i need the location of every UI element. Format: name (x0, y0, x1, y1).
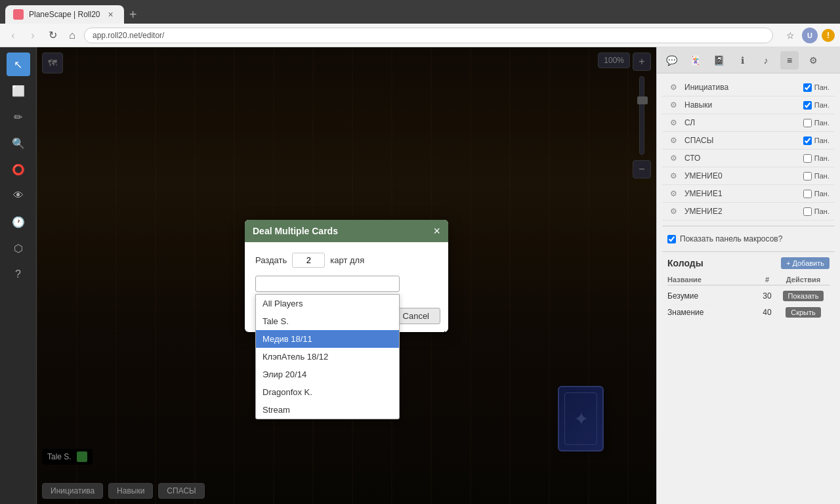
attr-pan-group-4: Пан. (803, 154, 830, 163)
tool-eye[interactable]: 👁 (7, 184, 30, 207)
attr-icon-6: ⚙ (667, 188, 679, 200)
home-button[interactable]: ⌂ (64, 28, 80, 43)
deck-count-0: 30 (757, 291, 777, 301)
attr-checkbox-2[interactable] (803, 119, 812, 127)
modal-deal-row: Раздать карт для (255, 253, 438, 268)
attr-checkbox-6[interactable] (803, 190, 812, 198)
attr-row-5: ⚙ УМЕНИЕ0 Пан. (662, 167, 835, 185)
modal-select-container: All Players Tale S. Медив 18/11 КлэпАтел… (255, 276, 438, 292)
back-button[interactable]: ‹ (5, 28, 21, 43)
panel-list-icon[interactable]: ≡ (780, 51, 799, 70)
deck-row-0: Безумие 30 Показать (667, 288, 830, 304)
tab-favicon (13, 9, 24, 20)
add-deck-button[interactable]: + Добавить (781, 257, 830, 269)
attr-name-7: УМЕНИЕ2 (684, 207, 798, 216)
dropdown-item-elir[interactable]: Элир 20/14 (256, 366, 399, 383)
deck-action-button-1[interactable]: Скрыть (786, 307, 821, 318)
attr-pan-label-6: Пан. (814, 190, 830, 198)
attr-icon-0: ⚙ (667, 81, 679, 93)
right-panel-scroll[interactable]: ⚙ Инициатива Пан. ⚙ Навыки Пан. (657, 74, 840, 504)
active-tab[interactable]: PlaneScape | Roll20 × (5, 5, 124, 24)
attr-pan-group-7: Пан. (803, 207, 830, 216)
attr-pan-group-2: Пан. (803, 119, 830, 127)
tool-fx[interactable]: ⭕ (7, 158, 30, 181)
panel-settings-icon[interactable]: ⚙ (804, 51, 822, 70)
attr-name-3: СПАСЫ (684, 136, 798, 145)
attr-checkbox-0[interactable] (803, 83, 812, 92)
macro-check-row: Показать панель макросов? (667, 232, 830, 246)
deck-action-button-0[interactable]: Показать (783, 291, 824, 301)
attr-checkbox-1[interactable] (803, 101, 812, 110)
attr-row-6: ⚙ УМЕНИЕ1 Пан. (662, 185, 835, 203)
tool-clock[interactable]: 🕐 (7, 210, 30, 234)
attr-pan-label-2: Пан. (814, 119, 830, 127)
attr-checkbox-7[interactable] (803, 207, 812, 216)
col-name: Название (667, 276, 757, 284)
attributes-section: ⚙ Инициатива Пан. ⚙ Навыки Пан. (662, 79, 835, 220)
tool-select[interactable]: ↖ (7, 52, 30, 76)
dropdown-item-stream[interactable]: Stream (256, 401, 399, 419)
attr-checkbox-4[interactable] (803, 154, 812, 163)
deck-row-1: Знамение 40 Скрыть (667, 304, 830, 321)
dropdown-item-all-players[interactable]: All Players (256, 295, 399, 312)
modal-overlay: Deal Multiple Cards × Раздать карт для A… (37, 47, 656, 504)
deck-name-0: Безумие (667, 291, 757, 301)
address-bar[interactable]: app.roll20.net/editor/ (84, 28, 773, 43)
profile-avatar[interactable]: U (802, 28, 818, 43)
panel-jukebox-icon[interactable]: ♪ (757, 51, 775, 70)
macro-checkbox[interactable] (667, 235, 676, 243)
modal-close-button[interactable]: × (433, 225, 440, 237)
player-search-input[interactable] (255, 276, 400, 292)
attr-icon-7: ⚙ (667, 205, 679, 217)
dropdown-item-klepatel[interactable]: КлэпАтель 18/12 (256, 348, 399, 366)
col-num: # (757, 276, 777, 284)
address-text: app.roll20.net/editor/ (93, 31, 164, 40)
decks-header: Колоды + Добавить (667, 257, 830, 269)
panel-chat-icon[interactable]: 💬 (662, 51, 681, 70)
attr-icon-1: ⚙ (667, 99, 679, 111)
panel-cards-icon[interactable]: 🃏 (686, 51, 704, 70)
browser-tabs: PlaneScape | Roll20 × + (0, 0, 840, 24)
refresh-button[interactable]: ↻ (45, 28, 60, 43)
deck-count-1: 40 (757, 308, 777, 317)
attr-pan-group-5: Пан. (803, 172, 830, 180)
attr-pan-group-1: Пан. (803, 101, 830, 110)
decks-title: Колоды (667, 258, 704, 268)
browser-toolbar: ‹ › ↻ ⌂ app.roll20.net/editor/ ☆ U ! (0, 24, 840, 47)
decks-section: Колоды + Добавить Название # Действия Бе… (662, 251, 835, 326)
attr-icon-5: ⚙ (667, 170, 679, 182)
card-count-input[interactable] (292, 253, 325, 268)
attr-pan-label-5: Пан. (814, 172, 830, 180)
tool-pencil[interactable]: ✏ (7, 105, 30, 129)
attr-row-3: ⚙ СПАСЫ Пан. (662, 132, 835, 150)
attr-pan-group-6: Пан. (803, 190, 830, 198)
modal-dropdown: All Players Tale S. Медив 18/11 КлэпАтел… (255, 294, 400, 419)
tab-title: PlaneScape | Roll20 (29, 10, 100, 19)
right-panel-toolbar: 💬 🃏 📓 ℹ ♪ ≡ ⚙ (657, 47, 840, 74)
bookmark-button[interactable]: ☆ (782, 28, 798, 43)
decks-table-header: Название # Действия (667, 274, 830, 285)
new-tab-button[interactable]: + (124, 5, 142, 24)
dropdown-item-tale-s[interactable]: Tale S. (256, 312, 399, 330)
tab-close-button[interactable]: × (106, 9, 116, 20)
tool-zoom[interactable]: 🔍 (7, 131, 30, 155)
modal-title: Deal Multiple Cards (253, 226, 338, 236)
attr-checkbox-5[interactable] (803, 172, 812, 180)
modal-resize-handle[interactable]: ⌟ (442, 326, 448, 332)
dropdown-item-mediv[interactable]: Медив 18/11 (256, 330, 399, 348)
app-container: ↖ ⬜ ✏ 🔍 ⭕ 👁 🕐 ⬡ ? 🗺 100% + − Tale S. (0, 47, 840, 504)
tool-shape[interactable]: ⬜ (7, 79, 30, 102)
dropdown-item-dragonfox[interactable]: Dragonfox K. (256, 383, 399, 401)
attr-icon-4: ⚙ (667, 152, 679, 164)
modal-body: Раздать карт для All Players Tale S. Мед… (245, 242, 448, 303)
attr-row-2: ⚙ СЛ Пан. (662, 114, 835, 132)
browser-chrome: PlaneScape | Roll20 × + ‹ › ↻ ⌂ app.roll… (0, 0, 840, 47)
tool-help[interactable]: ? (7, 262, 30, 286)
attr-pan-label-3: Пан. (814, 136, 830, 144)
panel-journal-icon[interactable]: 📓 (709, 51, 728, 70)
forward-button[interactable]: › (25, 28, 41, 43)
attr-checkbox-3[interactable] (803, 136, 812, 145)
tool-d20[interactable]: ⬡ (7, 236, 30, 260)
panel-info-icon[interactable]: ℹ (733, 51, 751, 70)
modal-dialog: Deal Multiple Cards × Раздать карт для A… (245, 220, 448, 332)
